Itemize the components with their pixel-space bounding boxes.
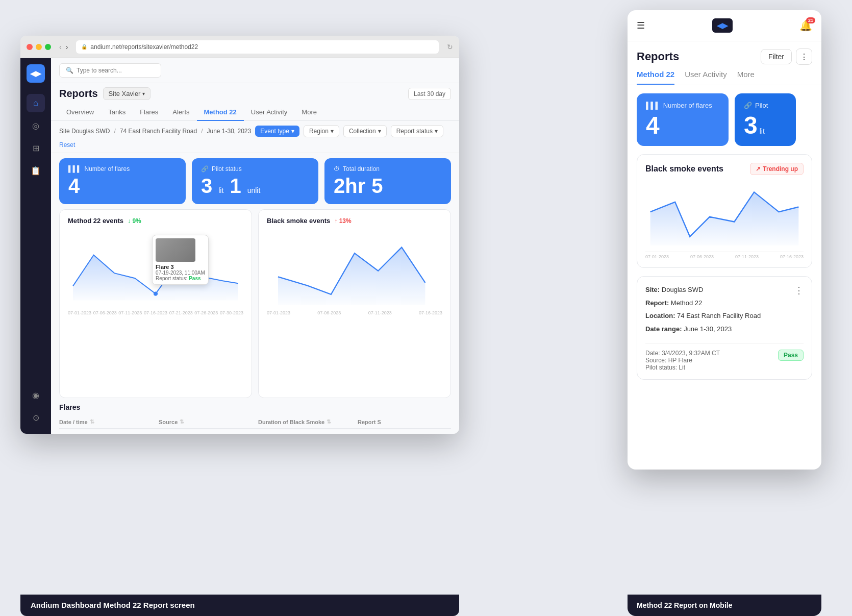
page-header: Reports Site Xavier ▾ Last 30 day: [51, 83, 459, 104]
table-header: Date / time ⇅ Source ⇅ Duration of Black…: [59, 415, 451, 429]
report-icon: 📋: [31, 166, 41, 176]
dropdown-icon: ▾: [142, 91, 145, 96]
sidebar-item-home[interactable]: ⌂: [27, 94, 45, 112]
tab-alerts[interactable]: Alerts: [165, 104, 196, 121]
sidebar-item-target[interactable]: ◎: [27, 116, 45, 135]
mobile-chart-svg: [645, 181, 804, 248]
event-type-filter[interactable]: Event type ▾: [255, 126, 299, 137]
mobile-x-2: 07-11-2023: [735, 254, 759, 259]
trending-badge: ↗ Trending up: [750, 163, 804, 175]
mobile-topbar: ☰ ◀▶ 🔔 21: [628, 10, 821, 41]
chart-x-labels-m22: 07-01-2023 07-06-2023 07-11-2023 07-16-2…: [68, 308, 243, 315]
mobile-chart-header: Black smoke events ↗ Trending up: [645, 163, 804, 175]
chevron-down-icon4: ▾: [435, 128, 438, 135]
smoke-x-1: 07-06-2023: [317, 310, 341, 315]
refresh-button[interactable]: ↻: [447, 43, 453, 51]
tab-tanks[interactable]: Tanks: [101, 104, 133, 121]
page-title: Reports: [59, 88, 98, 100]
detail-date-range: Date range: June 1-30, 2023: [645, 324, 761, 334]
tab-method22[interactable]: Method 22: [197, 104, 244, 121]
method22-chart-card: Method 22 events ↓ 9% Flare 3: [59, 209, 252, 398]
tab-user-activity[interactable]: User Activity: [244, 104, 295, 121]
mobile-filter-button[interactable]: Filter: [761, 49, 792, 64]
sidebar-item-grid[interactable]: ⊞: [27, 139, 45, 157]
grid-icon: ⊞: [33, 143, 39, 153]
metric-unlit-label: unlit: [247, 186, 261, 194]
chart-x-labels-smoke: 07-01-2023 07-06-2023 07-11-2023 07-16-2…: [267, 308, 442, 315]
sidebar-item-settings[interactable]: ⊙: [27, 408, 45, 427]
mobile-reports-title: Reports: [637, 50, 679, 63]
metric-duration-val: 2hr: [334, 176, 365, 196]
metric-label-pilot: 🔗 Pilot status: [201, 165, 309, 173]
detail-menu-button[interactable]: ⋮: [794, 285, 804, 296]
bar-chart-icon: ▌▌▌: [68, 165, 82, 173]
collection-filter[interactable]: Collection ▾: [343, 125, 387, 137]
mobile-bar-chart-icon: ▌▌▌: [646, 102, 660, 109]
col-source: Source ⇅: [159, 418, 252, 425]
tab-flares[interactable]: Flares: [133, 104, 165, 121]
site-label: Site Xavier: [109, 90, 141, 97]
tooltip-image: [156, 238, 195, 262]
sidebar-item-reports[interactable]: 📋: [27, 161, 45, 180]
sidebar-item-user[interactable]: ◉: [27, 386, 45, 404]
mobile-metric-value-flares: 4: [646, 113, 719, 138]
mobile-tab-method22[interactable]: Method 22: [637, 70, 674, 85]
tab-overview[interactable]: Overview: [59, 104, 101, 121]
detail-event-row: Date: 3/4/2023, 9:32AM CT Source: HP Fla…: [645, 350, 804, 371]
mobile-header-actions: Filter ⋮: [761, 48, 812, 65]
reset-button[interactable]: Reset: [59, 141, 75, 149]
detail-report: Report: Method 22: [645, 298, 761, 308]
logo-symbol: ◀▶: [30, 69, 41, 78]
desktop-caption-bar: Andium Dashboard Method 22 Report screen: [20, 595, 459, 616]
search-input[interactable]: [77, 67, 148, 74]
chevron-down-icon2: ▾: [331, 128, 334, 135]
page-title-area: Reports Site Xavier ▾: [59, 87, 151, 100]
metric-cards: ▌▌▌ Number of flares 4 🔗 Pilot status 3 …: [51, 153, 459, 209]
mobile-tab-more[interactable]: More: [737, 70, 755, 85]
browser-nav: ‹ ›: [59, 43, 68, 51]
mobile-detail-card: Site: Douglas SWD Report: Method 22 Loca…: [637, 276, 812, 380]
link-icon: 🔗: [201, 165, 209, 173]
site-selector[interactable]: Site Xavier ▾: [103, 87, 151, 100]
mobile-lit-label: lit: [760, 127, 765, 135]
home-icon: ⌂: [33, 98, 38, 108]
mobile-tab-user-activity[interactable]: User Activity: [685, 70, 727, 85]
sort-icon: ⇅: [90, 418, 94, 425]
mobile-metric-flares: ▌▌▌ Number of flares 4: [637, 93, 729, 146]
breadcrumb-location: 74 East Ranch Facility Road: [120, 128, 197, 135]
chart-trend-smoke: ↑ 13%: [334, 217, 351, 225]
traffic-light-red[interactable]: [27, 44, 33, 50]
traffic-light-green[interactable]: [45, 44, 51, 50]
mobile-menu-button[interactable]: ☰: [637, 20, 645, 31]
x-label-1: 07-06-2023: [93, 310, 117, 315]
date-range-badge: Last 30 day: [408, 88, 451, 100]
chevron-down-icon: ▾: [291, 128, 294, 135]
tooltip-datetime: 07-19-2023, 11:00AM: [156, 270, 205, 276]
forward-arrow[interactable]: ›: [66, 43, 68, 51]
x-label-4: 07-21-2023: [169, 310, 193, 315]
breadcrumb-date: June 1-30, 2023: [207, 128, 251, 135]
region-filter[interactable]: Region ▾: [304, 125, 339, 137]
metric-duration-val2: 5: [371, 176, 383, 196]
back-arrow[interactable]: ‹: [59, 43, 62, 51]
address-bar[interactable]: 🔒 andium.net/reports/sitexavier/method22: [76, 40, 439, 54]
chevron-down-icon3: ▾: [378, 128, 381, 135]
traffic-light-yellow[interactable]: [36, 44, 42, 50]
mobile-more-button[interactable]: ⋮: [796, 48, 812, 65]
main-content: 🔍 Reports Site Xavier ▾ Last 30 day Over…: [51, 58, 459, 434]
search-input-wrap[interactable]: 🔍: [59, 63, 161, 78]
lock-icon: 🔒: [81, 44, 87, 50]
report-status-filter[interactable]: Report status ▾: [391, 125, 443, 137]
mobile-reports-header: Reports Filter ⋮: [628, 41, 821, 65]
mobile-chart-card: Black smoke events ↗ Trending up 07-01-2…: [637, 154, 812, 268]
mobile-chart-x-labels: 07-01-2023 07-06-2023 07-11-2023 07-16-2…: [645, 252, 804, 259]
metric-lit-value: 3: [201, 176, 212, 196]
mobile-chart-fill: [650, 192, 799, 245]
mobile-notification-button[interactable]: 🔔 21: [799, 19, 812, 32]
mobile-metric-label-flares: ▌▌▌ Number of flares: [646, 102, 719, 109]
tab-more[interactable]: More: [294, 104, 324, 121]
metric-lit-label: lit: [218, 186, 223, 194]
search-bar: 🔍: [51, 58, 459, 83]
browser-body: ◀▶ ⌂ ◎ ⊞ 📋 ◉ ⊙: [20, 58, 459, 434]
user-icon: ◉: [32, 390, 39, 400]
